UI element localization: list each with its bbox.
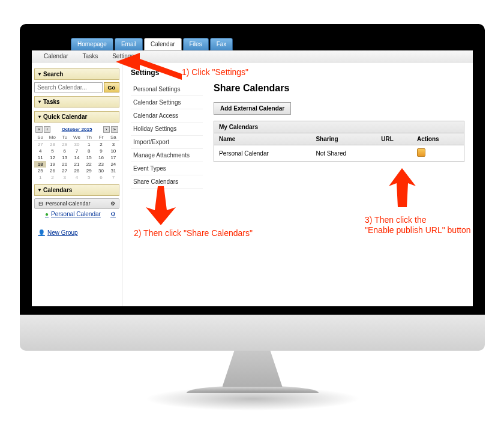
cal-day[interactable]: 26 [46, 168, 58, 174]
cal-day[interactable]: 15 [83, 154, 95, 161]
cal-day[interactable]: 22 [83, 161, 95, 168]
gear-icon[interactable]: ⚙ [110, 201, 115, 207]
cell-sharing: Not Shared [311, 145, 376, 162]
cal-day-header: Tu [59, 134, 71, 141]
app-screen: HomepageEmailCalendarFilesFax CalendarTa… [32, 36, 473, 306]
table-header: Name [214, 133, 311, 145]
topnav-tab-homepage[interactable]: Homepage [71, 38, 113, 50]
cal-day[interactable]: 31 [107, 168, 119, 174]
cal-day[interactable]: 2 [46, 174, 58, 181]
cal-day[interactable]: 30 [71, 141, 83, 148]
cal-day[interactable]: 19 [46, 161, 58, 168]
settings-menu-holiday-settings[interactable]: Holiday Settings [131, 123, 203, 136]
cell-url [376, 145, 412, 162]
subnav-item-settings[interactable]: Settings [105, 51, 141, 61]
cal-prev-month-icon[interactable]: ‹ [44, 126, 50, 133]
calendar-folder[interactable]: ⊟ Personal Calendar ⚙ [34, 198, 119, 209]
cal-day[interactable]: 7 [71, 148, 83, 154]
settings-menu-share-calendars[interactable]: Share Calendars [131, 175, 203, 189]
settings-menu-event-types[interactable]: Event Types [131, 162, 203, 175]
imac-chin [20, 315, 485, 351]
cal-day[interactable]: 6 [95, 174, 107, 181]
cal-day[interactable]: 3 [107, 141, 119, 148]
cal-day[interactable]: 1 [83, 141, 95, 148]
collapse-icon: ⊟ [38, 201, 43, 207]
cal-day[interactable]: 30 [95, 168, 107, 174]
topnav-tab-calendar[interactable]: Calendar [144, 38, 182, 50]
topnav-tab-email[interactable]: Email [115, 38, 143, 50]
sidebar: Search Go Tasks Quick Calendar « ‹ [32, 62, 122, 306]
enable-publish-url-icon[interactable] [417, 148, 425, 157]
new-group-link[interactable]: New Group [34, 228, 119, 238]
cal-day-header: Sa [107, 134, 119, 141]
cal-day[interactable]: 7 [107, 174, 119, 181]
table-row: Personal CalendarNot Shared [214, 145, 464, 162]
cal-day[interactable]: 20 [59, 161, 71, 168]
settings-menu-calendar-settings[interactable]: Calendar Settings [131, 96, 203, 109]
cal-day[interactable]: 13 [59, 154, 71, 161]
search-panel-header[interactable]: Search [34, 68, 119, 80]
top-nav: HomepageEmailCalendarFilesFax [32, 36, 473, 50]
cal-day[interactable]: 9 [95, 148, 107, 154]
topnav-tab-fax[interactable]: Fax [210, 38, 233, 50]
cal-day[interactable]: 10 [107, 148, 119, 154]
main-content: Settings Personal SettingsCalendar Setti… [122, 62, 473, 306]
cal-day[interactable]: 11 [34, 154, 46, 161]
cal-day-header: Th [83, 134, 95, 141]
cal-day[interactable]: 14 [71, 154, 83, 161]
cal-day[interactable]: 5 [83, 174, 95, 181]
cal-day[interactable]: 28 [71, 168, 83, 174]
cal-day-header: We [71, 134, 83, 141]
cal-day[interactable]: 2 [95, 141, 107, 148]
add-external-calendar-button[interactable]: Add External Calendar [214, 102, 291, 115]
table-header: Actions [412, 133, 464, 145]
cal-day[interactable]: 27 [34, 141, 46, 148]
cal-day-header: Su [34, 134, 46, 141]
settings-menu-personal-settings[interactable]: Personal Settings [131, 83, 203, 96]
search-go-button[interactable]: Go [104, 82, 120, 92]
cal-day[interactable]: 25 [34, 168, 46, 174]
cal-day[interactable]: 29 [59, 141, 71, 148]
settings-menu-manage-attachments[interactable]: Manage Attachments [131, 149, 203, 162]
cal-day[interactable]: 24 [107, 161, 119, 168]
cal-day[interactable]: 16 [95, 154, 107, 161]
cal-day[interactable]: 28 [46, 141, 58, 148]
subnav-item-calendar[interactable]: Calendar [37, 51, 76, 61]
cal-day[interactable]: 17 [107, 154, 119, 161]
cal-day[interactable]: 5 [46, 148, 58, 154]
cal-day[interactable]: 18 [34, 161, 46, 168]
calendar-month-label[interactable]: October 2015 [62, 127, 92, 132]
settings-menu-import-export[interactable]: Import/Export [131, 136, 203, 149]
table-caption: My Calendars [214, 121, 464, 133]
cal-day[interactable]: 23 [95, 161, 107, 168]
cal-day[interactable]: 4 [34, 148, 46, 154]
cal-day[interactable]: 8 [83, 148, 95, 154]
cell-actions [412, 145, 464, 162]
cal-day[interactable]: 6 [59, 148, 71, 154]
cal-prev-year-icon[interactable]: « [35, 126, 43, 133]
table-header: Sharing [311, 133, 376, 145]
topnav-tab-files[interactable]: Files [183, 38, 209, 50]
imac-stand [223, 351, 283, 387]
cal-day-header: Mo [46, 134, 58, 141]
cal-next-year-icon[interactable]: » [111, 126, 118, 133]
cal-day[interactable]: 4 [71, 174, 83, 181]
cal-day[interactable]: 29 [83, 168, 95, 174]
table-header: URL [376, 133, 412, 145]
search-input[interactable] [34, 82, 103, 92]
settings-menu: Personal SettingsCalendar SettingsCalend… [131, 83, 203, 189]
cal-day[interactable]: 27 [59, 168, 71, 174]
cal-day[interactable]: 3 [59, 174, 71, 181]
cal-day[interactable]: 12 [46, 154, 58, 161]
calendars-panel-header[interactable]: Calendars [34, 184, 119, 196]
quick-calendar-header[interactable]: Quick Calendar [34, 111, 119, 123]
tasks-panel-header[interactable]: Tasks [34, 96, 119, 107]
gear-icon[interactable]: ⚙ [110, 211, 116, 217]
subnav-item-tasks[interactable]: Tasks [76, 51, 106, 61]
cal-day[interactable]: 1 [34, 174, 46, 181]
cal-next-month-icon[interactable]: › [103, 126, 110, 133]
settings-menu-calendar-access[interactable]: Calendar Access [131, 109, 203, 123]
cal-day[interactable]: 21 [71, 161, 83, 168]
calendar-item-personal[interactable]: Personal Calendar ⚙ [34, 209, 119, 219]
my-calendars-table: My Calendars NameSharingURLActions Perso… [214, 121, 464, 162]
